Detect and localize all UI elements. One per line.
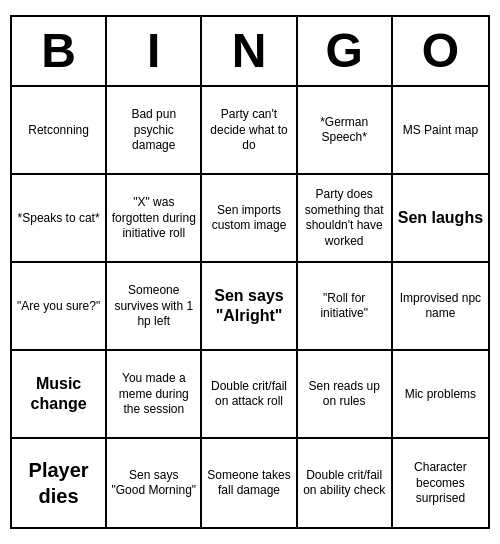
bingo-letter-n: N: [202, 17, 297, 86]
bingo-grid: RetconningBad pun psychic damageParty ca…: [12, 87, 488, 527]
bingo-cell-14: Improvised npc name: [393, 263, 488, 351]
bingo-cell-23: Double crit/fail on ability check: [298, 439, 393, 527]
bingo-cell-2: Party can't decide what to do: [202, 87, 297, 175]
bingo-cell-22: Someone takes fall damage: [202, 439, 297, 527]
bingo-cell-4: MS Paint map: [393, 87, 488, 175]
bingo-cell-8: Party does something that shouldn't have…: [298, 175, 393, 263]
bingo-cell-16: You made a meme during the session: [107, 351, 202, 439]
bingo-cell-6: "X" was forgotten during initiative roll: [107, 175, 202, 263]
bingo-header: BINGO: [12, 17, 488, 88]
bingo-cell-5: *Speaks to cat*: [12, 175, 107, 263]
bingo-cell-17: Double crit/fail on attack roll: [202, 351, 297, 439]
bingo-cell-1: Bad pun psychic damage: [107, 87, 202, 175]
bingo-letter-g: G: [298, 17, 393, 86]
bingo-cell-0: Retconning: [12, 87, 107, 175]
bingo-cell-7: Sen imports custom image: [202, 175, 297, 263]
bingo-letter-o: O: [393, 17, 488, 86]
bingo-cell-24: Character becomes surprised: [393, 439, 488, 527]
bingo-cell-21: Sen says "Good Morning": [107, 439, 202, 527]
bingo-cell-19: Mic problems: [393, 351, 488, 439]
bingo-cell-13: "Roll for initiative": [298, 263, 393, 351]
bingo-cell-12: Sen says "Alright": [202, 263, 297, 351]
bingo-cell-10: "Are you sure?": [12, 263, 107, 351]
bingo-cell-15: Music change: [12, 351, 107, 439]
bingo-letter-b: B: [12, 17, 107, 86]
bingo-cell-3: *German Speech*: [298, 87, 393, 175]
bingo-card: BINGO RetconningBad pun psychic damagePa…: [10, 15, 490, 530]
bingo-cell-18: Sen reads up on rules: [298, 351, 393, 439]
bingo-letter-i: I: [107, 17, 202, 86]
bingo-cell-20: Player dies: [12, 439, 107, 527]
bingo-cell-9: Sen laughs: [393, 175, 488, 263]
bingo-cell-11: Someone survives with 1 hp left: [107, 263, 202, 351]
